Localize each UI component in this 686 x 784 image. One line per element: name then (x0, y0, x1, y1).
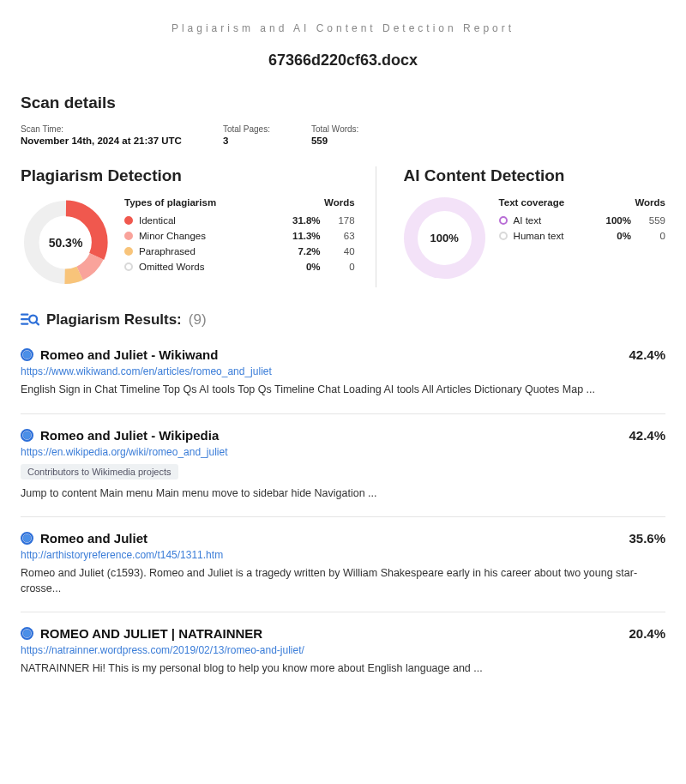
scan-details-heading: Scan details (21, 93, 665, 112)
globe-icon (21, 627, 33, 640)
legend-pct: 100% (590, 215, 631, 226)
legend-pct: 31.8% (280, 215, 321, 226)
result-pct: 20.4% (629, 626, 665, 641)
result-pct: 42.4% (629, 347, 665, 362)
result-pct: 42.4% (629, 428, 665, 443)
ai-total-pct: 100% (404, 197, 485, 279)
result-title-link[interactable]: ROMEO AND JULIET | NATRAINNER (40, 626, 262, 641)
legend-pct: 11.3% (280, 231, 321, 241)
total-pages-label: Total Pages: (223, 124, 270, 134)
dot-paraphrased-icon (124, 247, 133, 256)
total-pages-value: 3 (223, 136, 270, 146)
legend-pct: 0% (590, 231, 631, 241)
legend-row-ai-text: AI text 100% 559 (499, 213, 665, 228)
legend-label: Identical (139, 215, 280, 226)
result-contributor-badge: Contributors to Wikimedia projects (21, 464, 178, 479)
globe-icon (21, 532, 33, 545)
dot-minor-icon (124, 232, 133, 240)
result-url-link[interactable]: https://en.wikipedia.org/wiki/romeo_and_… (21, 446, 665, 458)
result-url-link[interactable]: http://arthistoryreference.com/t145/1311… (21, 549, 665, 561)
result-title-link[interactable]: Romeo and Juliet (40, 531, 147, 546)
legend-pct: 7.2% (280, 246, 321, 256)
plagiarism-total-pct: 50.3% (21, 197, 111, 287)
plagiarism-donut-chart: 50.3% (21, 197, 111, 287)
legend-words: 63 (321, 231, 355, 241)
scan-time-value: November 14th, 2024 at 21:37 UTC (21, 136, 182, 146)
dot-identical-icon (124, 216, 133, 225)
legend-row-identical: Identical 31.8% 178 (124, 213, 355, 228)
legend-row-omitted: Omitted Words 0% 0 (124, 259, 355, 274)
legend-pct: 0% (280, 262, 321, 272)
scan-details-row: Scan Time: November 14th, 2024 at 21:37 … (21, 124, 665, 146)
dot-human-text-icon (499, 232, 508, 240)
ai-heading: AI Content Detection (404, 166, 665, 185)
legend-row-human-text: Human text 0% 0 (499, 228, 665, 244)
results-count: (9) (189, 311, 207, 329)
result-url-link[interactable]: https://www.wikiwand.com/en/articles/rom… (21, 365, 665, 377)
dot-omitted-icon (124, 262, 133, 271)
result-pct: 35.6% (629, 531, 665, 546)
svg-line-8 (36, 323, 39, 325)
legend-words: 178 (321, 215, 355, 226)
result-snippet: Jump to content Main menu Main menu move… (21, 486, 665, 502)
report-filename: 67366d220cf63.docx (21, 51, 665, 69)
plagiarism-words-header: Words (307, 197, 355, 208)
result-title-link[interactable]: Romeo and Juliet - Wikiwand (40, 347, 218, 362)
legend-words: 0 (631, 231, 665, 241)
result-title-link[interactable]: Romeo and Juliet - Wikipedia (40, 428, 219, 443)
results-list-icon (21, 312, 39, 328)
report-header-subtitle: Plagiarism and AI Content Detection Repo… (21, 22, 665, 34)
results-title: Plagiarism Results: (46, 311, 182, 329)
plagiarism-types-header: Types of plagiarism (124, 197, 307, 208)
result-snippet: Romeo and Juliet (c1593). Romeo and Juli… (21, 566, 665, 596)
result-item: ROMEO AND JULIET | NATRAINNER 20.4% http… (21, 618, 665, 692)
result-item: Romeo and Juliet - Wikipedia 42.4% https… (21, 419, 665, 518)
result-url-link[interactable]: https://natrainner.wordpress.com/2019/02… (21, 644, 665, 656)
dot-ai-text-icon (499, 216, 508, 225)
scan-time-label: Scan Time: (21, 124, 182, 134)
legend-label: Minor Changes (139, 231, 280, 241)
legend-label: Omitted Words (139, 262, 280, 272)
result-snippet: NATRAINNER Hi! This is my personal blog … (21, 661, 665, 677)
legend-row-paraphrased: Paraphrased 7.2% 40 (124, 244, 355, 259)
ai-coverage-header: Text coverage (499, 197, 617, 208)
plagiarism-legend: Types of plagiarism Words Identical 31.8… (124, 197, 355, 274)
result-snippet: English Sign in Chat Timeline Top Qs AI … (21, 383, 665, 398)
legend-row-minor: Minor Changes 11.3% 63 (124, 228, 355, 244)
legend-words: 40 (321, 246, 355, 256)
total-words-value: 559 (311, 136, 358, 146)
globe-icon (21, 348, 33, 361)
legend-label: Human text (514, 231, 590, 241)
legend-label: AI text (514, 215, 590, 226)
legend-label: Paraphrased (139, 246, 280, 256)
globe-icon (21, 429, 33, 442)
ai-words-header: Words (617, 197, 665, 208)
ai-legend: Text coverage Words AI text 100% 559 Hum… (499, 197, 665, 244)
result-item: Romeo and Juliet 35.6% http://arthistory… (21, 522, 665, 612)
legend-words: 0 (321, 262, 355, 272)
plagiarism-heading: Plagiarism Detection (21, 166, 355, 185)
legend-words: 559 (631, 215, 665, 226)
ai-donut-chart: 100% (404, 197, 485, 279)
result-item: Romeo and Juliet - Wikiwand 42.4% https:… (21, 339, 665, 414)
total-words-label: Total Words: (311, 124, 358, 134)
